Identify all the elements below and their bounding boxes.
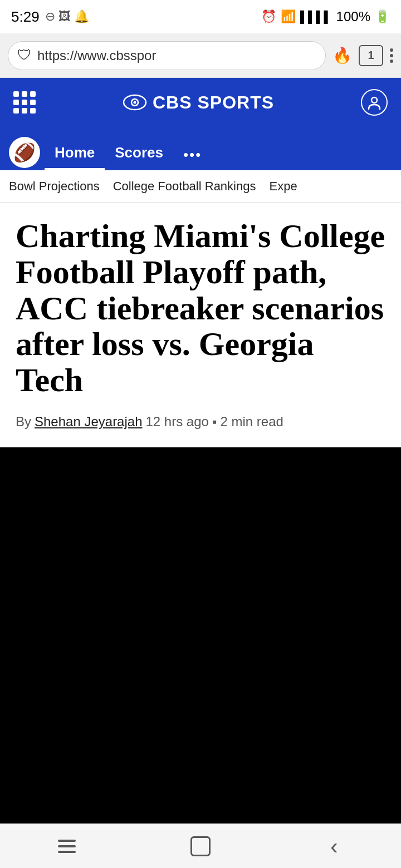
article-container: Charting Miami's College Football Playof… (0, 203, 401, 430)
sub-nav-rankings[interactable]: College Football Rankings (106, 179, 263, 194)
nav-home[interactable]: Home (45, 137, 105, 170)
browser-tabs-button[interactable]: 1 (359, 45, 383, 66)
article-time: 12 hrs ago (146, 414, 209, 430)
apps-grid-icon[interactable] (13, 91, 36, 114)
svg-point-3 (371, 97, 377, 103)
notification-icon: 🔔 (74, 9, 89, 24)
signal-icon: ▌▌▌▌ (300, 11, 332, 23)
user-account-icon[interactable] (361, 89, 388, 116)
bottom-nav-back[interactable]: ‹ (317, 830, 351, 863)
status-bar: 5:29 ⊖ 🖼 🔔 ⏰ 📶 ▌▌▌▌ 100% 🔋 (0, 0, 401, 33)
article-meta: By Shehan Jeyarajah 12 hrs ago ▪ 2 min r… (16, 414, 385, 430)
sub-nav: Bowl Projections College Football Rankin… (0, 170, 401, 203)
article-title: Charting Miami's College Football Playof… (16, 218, 385, 398)
article-media (0, 447, 401, 868)
bottom-nav: ‹ (0, 823, 401, 868)
sub-nav-expert[interactable]: Expe (262, 179, 304, 194)
battery-icon: 🔋 (375, 9, 390, 24)
browser-menu-button[interactable] (390, 45, 393, 67)
alarm-icon: ⏰ (261, 9, 276, 24)
svg-point-2 (133, 101, 136, 104)
fire-icon[interactable]: 🔥 (332, 46, 352, 65)
status-right: ⏰ 📶 ▌▌▌▌ 100% 🔋 (261, 9, 390, 24)
cbs-sports-title: CBS SPORTS (153, 92, 274, 113)
photo-icon: 🖼 (58, 9, 71, 24)
nav-scores[interactable]: Scores (105, 137, 173, 170)
url-text: https://www.cbsspor (37, 48, 156, 63)
cbs-header: CBS SPORTS (0, 78, 401, 127)
cbs-eye-logo (123, 94, 147, 111)
nav-more-button[interactable]: ••• (173, 140, 212, 170)
wifi-icon: 📶 (281, 9, 296, 24)
article-by-label: By (16, 414, 31, 430)
status-time: 5:29 (11, 8, 40, 26)
dnd-icon: ⊖ (45, 9, 55, 24)
article-read-time: 2 min read (220, 414, 283, 430)
football-icon: 🏈 (9, 137, 40, 168)
battery-text: 100% (336, 9, 370, 24)
cbs-logo: CBS SPORTS (123, 92, 274, 113)
bottom-nav-menu[interactable] (50, 830, 84, 863)
article-author[interactable]: Shehan Jeyarajah (35, 414, 142, 430)
article-separator: ▪ (212, 414, 217, 430)
back-chevron-icon: ‹ (330, 835, 338, 857)
url-bar[interactable]: 🛡 https://www.cbsspor (8, 41, 326, 70)
sub-nav-bowl-projections[interactable]: Bowl Projections (9, 179, 106, 194)
shield-icon: 🛡 (17, 47, 32, 64)
nav-bar: 🏈 Home Scores ••• (0, 127, 401, 170)
bottom-nav-home[interactable] (184, 830, 217, 863)
browser-bar: 🛡 https://www.cbsspor 🔥 1 (0, 33, 401, 78)
